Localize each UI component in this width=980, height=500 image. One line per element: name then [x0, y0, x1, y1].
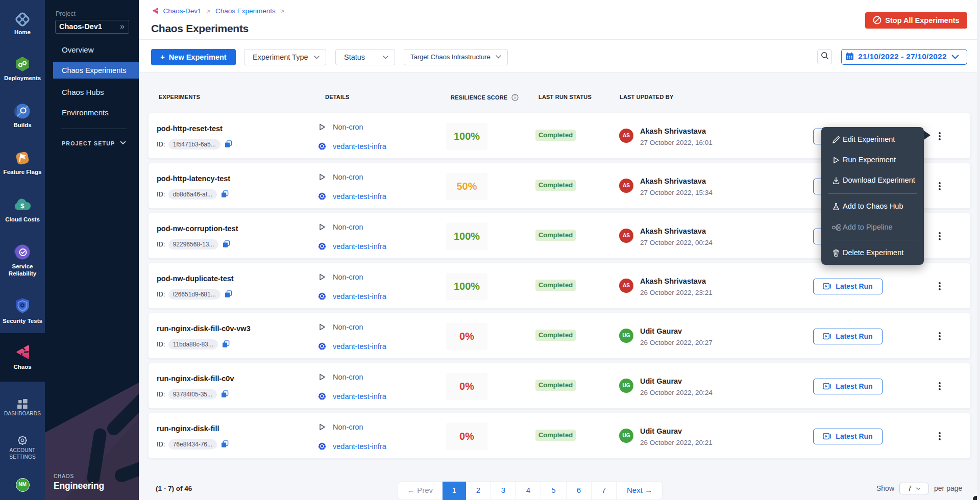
svg-text:$: $ — [20, 202, 24, 210]
